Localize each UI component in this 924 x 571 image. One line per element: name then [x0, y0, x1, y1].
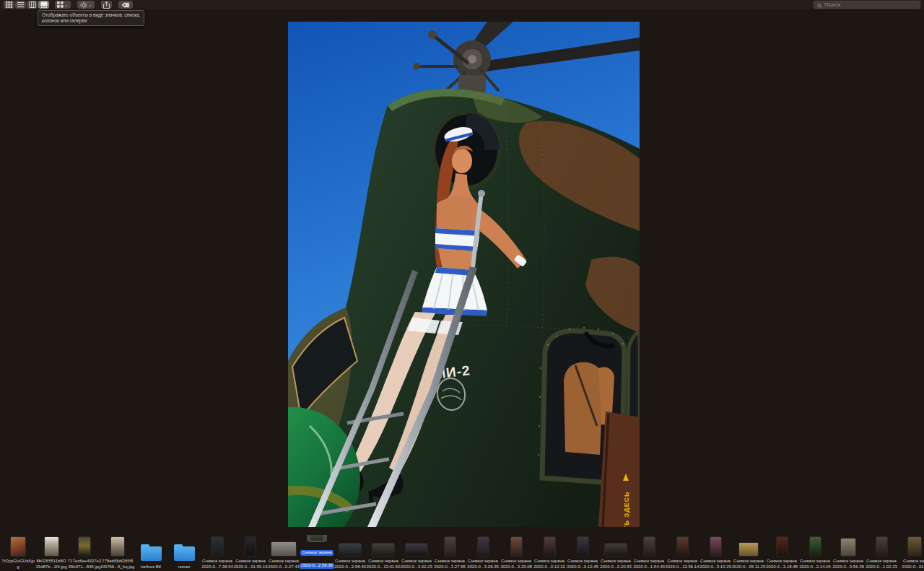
columns-view-button[interactable] [27, 1, 38, 9]
file-label-line-1: Снимок экрана [268, 559, 300, 565]
filmstrip-item[interactable]: Снимок экрана 2020-0...0.56.38 [832, 535, 865, 570]
thumbnail-wrap [707, 535, 725, 557]
filmstrip-item[interactable]: Снимок экрана 2020-0...0.12.45 [566, 535, 599, 570]
filmstrip-item[interactable]: Снимок экрана 2020-0...2.58.36 [300, 535, 334, 570]
thumbnail[interactable] [111, 537, 124, 556]
thumbnail-wrap [541, 535, 559, 557]
file-label-line-1: Снимок экрана [665, 559, 699, 565]
filmstrip-item[interactable]: Снимок экрана 2020-0...2.14.04 [798, 535, 832, 570]
thumbnail[interactable] [445, 537, 456, 556]
thumbnail[interactable] [739, 543, 758, 556]
gear-icon [80, 1, 87, 9]
filmstrip-item[interactable]: Снимок экрана 2020-0...13.01.50 [367, 535, 400, 570]
thumbnail[interactable] [245, 537, 256, 556]
thumbnail-wrap [601, 535, 630, 557]
actions-button[interactable]: ⌄ [77, 1, 95, 9]
thumbnail[interactable] [11, 537, 25, 556]
tag-button[interactable] [118, 1, 133, 9]
file-label: Снимок экрана 2020-0...1.54.40 [633, 559, 665, 570]
list-view-button[interactable] [15, 1, 26, 9]
group-button[interactable]: ⌄ [55, 1, 71, 9]
thumbnail[interactable] [45, 537, 58, 556]
file-label: Снимок экрана 2020-0...3.29.08 [500, 559, 532, 570]
filmstrip-item[interactable]: Снимок экрана 2020-0...3.02.23 [400, 535, 433, 570]
filmstrip-item[interactable]: Снимок экрана 2020-0...3.10.29 [699, 535, 732, 570]
thumbnail[interactable] [511, 537, 522, 556]
share-button[interactable] [101, 1, 112, 9]
thumbnail[interactable] [908, 537, 921, 556]
tooltip-line-2: колонок или галереи [42, 18, 140, 24]
file-label-line-2: 2020-0...0.12.22 [533, 565, 565, 570]
thumbnail-wrap [402, 535, 431, 557]
file-label-line-2: 2020-0...3.28.35 [467, 565, 499, 570]
filmstrip-item[interactable]: Снимок экрана 2020-0...1.02.33 [865, 535, 898, 570]
thumbnail[interactable] [605, 544, 627, 556]
file-label-line-1: Снимок экрана [401, 559, 432, 565]
gallery-preview-image[interactable]: МИ-2 [288, 22, 640, 527]
filmstrip-item[interactable]: Снимок экрана 2020-0...3.27.55 [433, 535, 466, 570]
filmstrip-folder[interactable]: пинап [167, 540, 201, 570]
folder-icon[interactable] [141, 546, 162, 561]
search-field[interactable] [814, 1, 920, 9]
search-icon [817, 0, 822, 12]
thumbnail[interactable] [271, 542, 296, 556]
filmstrip-item[interactable]: Снимок экрана 2020-0...1.54.40 [632, 535, 666, 570]
filmstrip-item[interactable]: Снимок экрана 2020-0...3.28.35 [466, 535, 500, 570]
thumbnail[interactable] [79, 537, 90, 556]
thumbnail[interactable] [710, 537, 721, 556]
thumbnail-wrap [307, 535, 327, 542]
filmstrip-item[interactable]: 8b0265511b8O 19d87b...1f4.jpg [35, 535, 68, 570]
filmstrip-item[interactable]: 717ec6ee4937e3 55b971...845.jpg [68, 535, 101, 570]
filmstrip-item[interactable]: Снимок экрана 2020-0...3.18.48 [765, 535, 798, 570]
file-label-line-1: Снимок экрана [699, 559, 731, 565]
file-label: Снимок экрана 2020-0...3.18.48 [766, 559, 798, 570]
thumbnail[interactable] [478, 537, 489, 556]
icons-view-button[interactable] [4, 1, 14, 9]
file-label-line-1: Снимок экрана [434, 559, 466, 565]
filmstrip-item[interactable]: Снимок экрана 2020-0...2.20.53 [599, 535, 632, 570]
file-label-line-2: 2020-0...3.10.29 [699, 565, 731, 570]
filmstrip-item[interactable]: Снимок экрана 2020-0...0.12.22 [533, 535, 566, 570]
thumbnail[interactable] [810, 537, 821, 556]
thumbnail[interactable] [212, 537, 223, 556]
file-label-line-1: Снимок экрана [866, 559, 897, 565]
file-label-line-2: 2020-0...2.58.46 [334, 565, 366, 570]
thumbnail[interactable] [777, 537, 788, 556]
filmstrip-folder[interactable]: паблик ВК [134, 540, 167, 570]
file-label-line-1: 778ab58df265f5 [101, 559, 134, 565]
file-label: Снимок экрана 2020-0...3.27.55 [434, 559, 466, 570]
filmstrip-item[interactable]: Снимок экрана 2020-0...3.29.08 [500, 535, 533, 570]
thumbnail[interactable] [644, 537, 655, 556]
thumbnail[interactable] [578, 537, 588, 556]
thumbnail[interactable] [339, 544, 361, 556]
thumbnail[interactable] [372, 544, 394, 556]
thumbnail[interactable] [406, 544, 427, 556]
filmstrip-item[interactable]: Снимок экрана 2020-0...2.58.46 [334, 535, 367, 570]
file-label: Снимок экрана 2020-0...2.58.36 [300, 544, 334, 570]
search-input[interactable] [824, 1, 917, 8]
filmstrip-item[interactable]: 778ab58df265f5 0f0766...6_hq.jpg [101, 535, 134, 570]
thumbnail[interactable] [310, 535, 323, 541]
filmstrip-item[interactable]: Снимок экрана 2020-0...12.56.14 [666, 535, 699, 570]
file-label-line-2: 2020-0...01.59.19 [233, 565, 267, 570]
folder-icon[interactable] [174, 546, 195, 561]
thumbnail-wrap [806, 535, 824, 557]
thumbnail[interactable] [544, 537, 555, 556]
thumbnail-wrap [837, 535, 859, 557]
thumbnail-wrap [674, 535, 692, 557]
filmstrip-item[interactable]: 7rDypGlvGUsKjp g [1, 535, 35, 570]
file-label: 717ec6ee4937e3 55b971...845.jpg [68, 559, 101, 570]
thumbnail[interactable] [841, 539, 855, 556]
filmstrip-item[interactable]: Снимок экрана 2020-0...01.59.19 [234, 535, 267, 570]
thumbnail[interactable] [876, 537, 887, 556]
filmstrip-item[interactable]: Снимок экр 2020-0...01.0 [898, 535, 924, 570]
thumbnail[interactable] [677, 537, 688, 556]
file-label-line-1: Снимок экрана [633, 559, 665, 565]
file-label: Снимок экрана 2020-0...0.27.44 [268, 559, 300, 570]
filmstrip-item[interactable]: Снимок экрана 2020-0...0.27.44 [267, 535, 300, 570]
gallery-view-button[interactable] [38, 1, 49, 9]
file-label-line-2: 2020-0...12.56.14 [665, 565, 699, 570]
file-label-line-2: 2020-0...0.27.44 [268, 565, 300, 570]
filmstrip-item[interactable]: Снимок экрана 2020-0...7.38.54 [201, 535, 234, 570]
filmstrip-item[interactable]: Снимок экрана 2020-0...05.11.29 [732, 535, 765, 570]
